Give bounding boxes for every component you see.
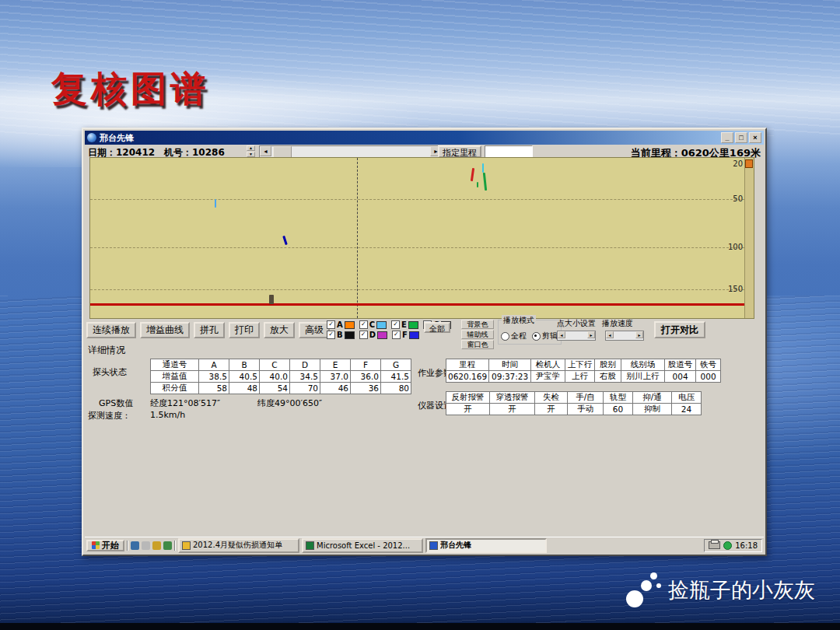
table-cell: 手/自 xyxy=(568,392,604,404)
channel-toggle-F[interactable]: ✓F xyxy=(392,331,419,339)
open-compare-button[interactable]: 打开对比 xyxy=(654,321,705,338)
table-cell: 0620.169 xyxy=(446,371,489,383)
table-cell: 004 xyxy=(665,371,696,383)
channel-toggle-E[interactable]: ✓E xyxy=(391,320,418,329)
radio-option-全程[interactable]: 全程 xyxy=(501,331,527,341)
point-size-slider[interactable]: ◄ ► xyxy=(557,331,596,341)
quick-launch-icon-2[interactable] xyxy=(142,541,150,550)
specify-mileage-button[interactable]: 指定里程 xyxy=(438,145,481,158)
slider-left-icon[interactable]: ◄ xyxy=(558,331,565,338)
stack-button-3[interactable]: 窗口色 xyxy=(461,340,494,349)
quick-launch-icon-4[interactable] xyxy=(163,541,172,550)
task-label: 2012.4月疑似伤损通知单 xyxy=(193,540,282,551)
table-cell: 穿透报警 xyxy=(490,392,535,404)
tool-button-5[interactable]: 放大 xyxy=(264,322,295,338)
table-cell: 80 xyxy=(381,383,411,394)
mileage-input[interactable] xyxy=(485,145,533,158)
table-cell: 34.5 xyxy=(290,371,320,383)
radio-icon xyxy=(532,332,541,341)
scrollbar-thumb[interactable] xyxy=(273,146,292,158)
taskbar-task[interactable]: 邢台先锋 xyxy=(425,538,547,553)
window-titlebar[interactable]: 邢台先锋 _ □ × xyxy=(85,131,764,145)
table-cell: 41.5 xyxy=(381,371,411,383)
table-cell: 上行 xyxy=(565,371,595,383)
stack-button-2[interactable]: 辅助线 xyxy=(461,330,494,339)
tool-button-2[interactable]: 增益曲线 xyxy=(140,322,190,338)
checkbox-icon: ✓ xyxy=(392,331,401,339)
taskbar-divider xyxy=(127,541,128,551)
probe-status-table: 通道号ABCDEFG增益值38.540.540.034.537.036.041.… xyxy=(150,359,411,394)
slider-left-icon[interactable]: ◄ xyxy=(606,331,614,338)
start-button[interactable]: 开始 xyxy=(86,540,124,551)
tool-button-3[interactable]: 拼孔 xyxy=(194,322,225,338)
table-cell: 开 xyxy=(446,404,490,415)
slider-track[interactable] xyxy=(614,331,635,340)
table-cell: 轨型 xyxy=(604,392,633,404)
table-cell: C xyxy=(260,359,290,371)
table-cell: 铁号 xyxy=(696,359,721,371)
table-cell: 抑/通 xyxy=(633,392,672,404)
scrollbar-track[interactable] xyxy=(271,146,430,158)
scroll-left-button[interactable]: ◄ xyxy=(260,146,271,156)
chart-area[interactable]: 20 50100150 xyxy=(89,157,754,319)
status-icon[interactable] xyxy=(723,541,732,550)
taskbar-task[interactable]: 2012.4月疑似伤损通知单 xyxy=(178,538,299,553)
chart-right-scroll-thumb[interactable] xyxy=(745,159,753,168)
checkbox-icon: ✓ xyxy=(359,320,368,329)
channel-toggle-A[interactable]: ✓A xyxy=(327,320,355,329)
table-cell: 开 xyxy=(535,404,568,415)
printer-icon[interactable] xyxy=(709,541,720,549)
start-label: 开始 xyxy=(102,540,119,551)
table-cell: F xyxy=(351,359,381,371)
channel-toggle-C[interactable]: ✓C xyxy=(359,320,387,329)
taskbar-task[interactable]: Microsoft Excel - 2012... xyxy=(302,538,423,553)
channel-label: B xyxy=(337,331,343,339)
quick-launch-icon-3[interactable] xyxy=(152,541,161,550)
table-cell: 40.5 xyxy=(229,371,260,383)
table-cell: 检机人 xyxy=(531,359,565,371)
table-cell: 右股 xyxy=(595,371,621,383)
table-cell: G xyxy=(381,359,411,371)
channel-toggle-D[interactable]: ✓D xyxy=(359,331,387,339)
table-cell: 54 xyxy=(260,383,290,394)
chart-right-scrollbar[interactable] xyxy=(744,158,754,318)
table-cell: 60 xyxy=(604,404,633,415)
table-cell: 时间 xyxy=(489,359,531,371)
slider-right-icon[interactable]: ► xyxy=(635,331,643,338)
channel-color-swatch xyxy=(345,321,355,329)
echo-mark xyxy=(483,173,487,191)
stack-button-1[interactable]: 背景色 xyxy=(461,320,494,329)
checkbox-icon: ✓ xyxy=(359,331,368,339)
table-cell: 尹宝学 xyxy=(531,371,565,383)
close-button[interactable]: × xyxy=(749,132,761,143)
task-icon xyxy=(306,541,314,550)
chart-gridline xyxy=(90,199,744,200)
all-channels-button[interactable]: 全部 xyxy=(424,322,450,333)
echo-mark xyxy=(471,168,474,181)
tool-button-1[interactable]: 连续播放 xyxy=(86,322,136,338)
tool-buttons: 连续播放增益曲线拼孔打印放大高级 xyxy=(86,322,330,338)
channel-toggle-B[interactable]: ✓B xyxy=(327,331,355,339)
radio-option-剪辑[interactable]: 剪辑 xyxy=(532,331,558,341)
table-cell: A xyxy=(199,359,229,371)
table-cell: 09:37:23 xyxy=(489,371,531,383)
table-cell: 24 xyxy=(672,404,702,415)
minimize-button[interactable]: _ xyxy=(721,132,733,143)
play-speed-slider[interactable]: ◄ ► xyxy=(605,331,644,341)
spin-down-button[interactable]: ▼ xyxy=(247,152,255,157)
channel-label: F xyxy=(402,331,408,339)
table-cell: 反射报警 xyxy=(446,392,490,404)
quick-launch-icon-1[interactable] xyxy=(131,541,139,550)
maximize-button[interactable]: □ xyxy=(735,132,747,143)
slider-track[interactable] xyxy=(565,331,587,340)
table-cell: 70 xyxy=(290,383,320,394)
channel-color-swatch xyxy=(376,321,387,329)
table-cell: 38.5 xyxy=(199,371,229,383)
app-window: 邢台先锋 _ □ × 日期：120412 机号：10286 ▲ ▼ ◄ ► 指 xyxy=(82,128,767,556)
tool-button-6[interactable]: 高级 xyxy=(299,322,330,338)
tool-button-4[interactable]: 打印 xyxy=(229,322,260,338)
slider-right-icon[interactable]: ► xyxy=(587,331,595,338)
clock[interactable]: 16:18 xyxy=(735,541,758,550)
spin-up-button[interactable]: ▲ xyxy=(247,145,255,151)
table-cell: 积分值 xyxy=(151,383,199,394)
